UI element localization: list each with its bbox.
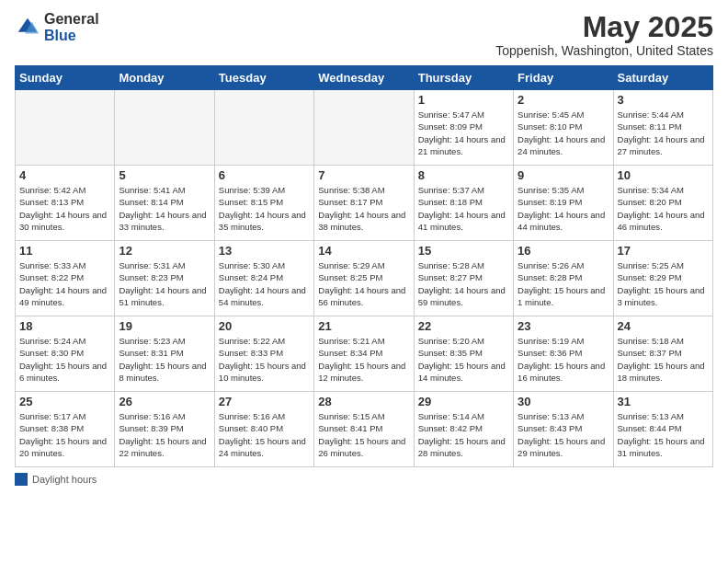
day-number: 6 bbox=[219, 168, 310, 182]
day-info: Sunrise: 5:26 AM Sunset: 8:28 PM Dayligh… bbox=[518, 259, 609, 308]
day-info: Sunrise: 5:19 AM Sunset: 8:36 PM Dayligh… bbox=[518, 335, 609, 384]
day-number: 1 bbox=[418, 93, 509, 107]
day-number: 20 bbox=[219, 319, 310, 333]
day-cell: 12Sunrise: 5:31 AM Sunset: 8:23 PM Dayli… bbox=[115, 241, 214, 316]
daylight-legend: Daylight hours bbox=[15, 473, 97, 486]
logo-general: General bbox=[44, 11, 99, 28]
day-info: Sunrise: 5:24 AM Sunset: 8:30 PM Dayligh… bbox=[19, 335, 110, 384]
day-number: 25 bbox=[19, 395, 110, 408]
day-cell: 24Sunrise: 5:18 AM Sunset: 8:37 PM Dayli… bbox=[613, 316, 712, 392]
day-cell: 9Sunrise: 5:35 AM Sunset: 8:19 PM Daylig… bbox=[514, 166, 613, 241]
day-info: Sunrise: 5:15 AM Sunset: 8:41 PM Dayligh… bbox=[318, 410, 409, 459]
col-monday: Monday bbox=[115, 66, 214, 90]
day-info: Sunrise: 5:13 AM Sunset: 8:43 PM Dayligh… bbox=[518, 410, 609, 459]
day-cell bbox=[16, 90, 115, 166]
week-row-0: 1Sunrise: 5:47 AM Sunset: 8:09 PM Daylig… bbox=[16, 90, 713, 166]
day-cell: 6Sunrise: 5:39 AM Sunset: 8:15 PM Daylig… bbox=[214, 166, 313, 241]
day-cell: 5Sunrise: 5:41 AM Sunset: 8:14 PM Daylig… bbox=[115, 166, 214, 241]
week-row-2: 11Sunrise: 5:33 AM Sunset: 8:22 PM Dayli… bbox=[16, 241, 713, 316]
day-number: 5 bbox=[119, 168, 210, 182]
day-info: Sunrise: 5:47 AM Sunset: 8:09 PM Dayligh… bbox=[418, 109, 509, 157]
day-info: Sunrise: 5:18 AM Sunset: 8:37 PM Dayligh… bbox=[618, 335, 709, 384]
day-cell: 23Sunrise: 5:19 AM Sunset: 8:36 PM Dayli… bbox=[514, 316, 613, 392]
day-info: Sunrise: 5:38 AM Sunset: 8:17 PM Dayligh… bbox=[318, 184, 409, 233]
day-cell: 10Sunrise: 5:34 AM Sunset: 8:20 PM Dayli… bbox=[613, 166, 712, 241]
day-cell: 11Sunrise: 5:33 AM Sunset: 8:22 PM Dayli… bbox=[16, 241, 115, 316]
week-row-3: 18Sunrise: 5:24 AM Sunset: 8:30 PM Dayli… bbox=[16, 316, 713, 392]
day-info: Sunrise: 5:23 AM Sunset: 8:31 PM Dayligh… bbox=[119, 335, 210, 384]
day-info: Sunrise: 5:22 AM Sunset: 8:33 PM Dayligh… bbox=[219, 335, 310, 384]
day-info: Sunrise: 5:14 AM Sunset: 8:42 PM Dayligh… bbox=[418, 410, 509, 459]
day-cell: 7Sunrise: 5:38 AM Sunset: 8:17 PM Daylig… bbox=[314, 166, 414, 241]
logo-blue: Blue bbox=[44, 28, 99, 44]
day-number: 28 bbox=[318, 395, 409, 408]
day-number: 7 bbox=[318, 168, 409, 182]
day-number: 16 bbox=[518, 244, 609, 258]
subtitle: Toppenish, Washington, United States bbox=[495, 43, 713, 58]
day-number: 22 bbox=[418, 319, 509, 333]
day-info: Sunrise: 5:16 AM Sunset: 8:40 PM Dayligh… bbox=[219, 410, 310, 459]
day-number: 29 bbox=[418, 395, 509, 408]
day-info: Sunrise: 5:16 AM Sunset: 8:39 PM Dayligh… bbox=[119, 410, 210, 459]
day-number: 17 bbox=[618, 244, 709, 258]
page: General Blue May 2025 Toppenish, Washing… bbox=[0, 0, 728, 563]
day-number: 18 bbox=[19, 319, 110, 333]
day-number: 15 bbox=[418, 244, 509, 258]
col-sunday: Sunday bbox=[16, 66, 115, 90]
week-row-1: 4Sunrise: 5:42 AM Sunset: 8:13 PM Daylig… bbox=[16, 166, 713, 241]
day-cell: 22Sunrise: 5:20 AM Sunset: 8:35 PM Dayli… bbox=[414, 316, 513, 392]
day-info: Sunrise: 5:17 AM Sunset: 8:38 PM Dayligh… bbox=[19, 410, 110, 459]
day-number: 11 bbox=[19, 244, 110, 258]
day-info: Sunrise: 5:25 AM Sunset: 8:29 PM Dayligh… bbox=[618, 259, 709, 308]
day-info: Sunrise: 5:30 AM Sunset: 8:24 PM Dayligh… bbox=[219, 259, 310, 308]
day-cell: 27Sunrise: 5:16 AM Sunset: 8:40 PM Dayli… bbox=[214, 392, 313, 467]
logo-text: General Blue bbox=[44, 11, 99, 43]
day-number: 9 bbox=[518, 168, 609, 182]
day-cell: 21Sunrise: 5:21 AM Sunset: 8:34 PM Dayli… bbox=[314, 316, 414, 392]
week-row-4: 25Sunrise: 5:17 AM Sunset: 8:38 PM Dayli… bbox=[16, 392, 713, 467]
day-number: 24 bbox=[618, 319, 709, 333]
daylight-label: Daylight hours bbox=[32, 474, 97, 485]
day-number: 2 bbox=[518, 93, 609, 107]
day-cell: 20Sunrise: 5:22 AM Sunset: 8:33 PM Dayli… bbox=[214, 316, 313, 392]
title-area: May 2025 Toppenish, Washington, United S… bbox=[495, 11, 713, 58]
day-cell: 19Sunrise: 5:23 AM Sunset: 8:31 PM Dayli… bbox=[115, 316, 214, 392]
day-number: 19 bbox=[119, 319, 210, 333]
day-cell bbox=[115, 90, 214, 166]
day-number: 26 bbox=[119, 395, 210, 408]
calendar-header: Sunday Monday Tuesday Wednesday Thursday… bbox=[16, 66, 713, 90]
day-cell: 29Sunrise: 5:14 AM Sunset: 8:42 PM Dayli… bbox=[414, 392, 513, 467]
day-info: Sunrise: 5:20 AM Sunset: 8:35 PM Dayligh… bbox=[418, 335, 509, 384]
day-info: Sunrise: 5:37 AM Sunset: 8:18 PM Dayligh… bbox=[418, 184, 509, 233]
day-cell: 17Sunrise: 5:25 AM Sunset: 8:29 PM Dayli… bbox=[613, 241, 712, 316]
day-info: Sunrise: 5:28 AM Sunset: 8:27 PM Dayligh… bbox=[418, 259, 509, 308]
day-info: Sunrise: 5:35 AM Sunset: 8:19 PM Dayligh… bbox=[518, 184, 609, 233]
day-number: 8 bbox=[418, 168, 509, 182]
calendar-body: 1Sunrise: 5:47 AM Sunset: 8:09 PM Daylig… bbox=[16, 90, 713, 467]
day-cell: 3Sunrise: 5:44 AM Sunset: 8:11 PM Daylig… bbox=[613, 90, 712, 166]
day-cell: 18Sunrise: 5:24 AM Sunset: 8:30 PM Dayli… bbox=[16, 316, 115, 392]
day-cell: 8Sunrise: 5:37 AM Sunset: 8:18 PM Daylig… bbox=[414, 166, 513, 241]
day-cell: 25Sunrise: 5:17 AM Sunset: 8:38 PM Dayli… bbox=[16, 392, 115, 467]
day-cell: 26Sunrise: 5:16 AM Sunset: 8:39 PM Dayli… bbox=[115, 392, 214, 467]
main-title: May 2025 bbox=[495, 11, 713, 43]
day-cell: 4Sunrise: 5:42 AM Sunset: 8:13 PM Daylig… bbox=[16, 166, 115, 241]
day-number: 14 bbox=[318, 244, 409, 258]
day-number: 31 bbox=[618, 395, 709, 408]
day-number: 13 bbox=[219, 244, 310, 258]
daylight-swatch bbox=[15, 473, 28, 486]
day-info: Sunrise: 5:29 AM Sunset: 8:25 PM Dayligh… bbox=[318, 259, 409, 308]
day-info: Sunrise: 5:41 AM Sunset: 8:14 PM Dayligh… bbox=[119, 184, 210, 233]
day-cell: 14Sunrise: 5:29 AM Sunset: 8:25 PM Dayli… bbox=[314, 241, 414, 316]
logo-icon bbox=[15, 15, 40, 40]
footer: Daylight hours bbox=[15, 473, 713, 486]
day-cell: 31Sunrise: 5:13 AM Sunset: 8:44 PM Dayli… bbox=[613, 392, 712, 467]
day-info: Sunrise: 5:31 AM Sunset: 8:23 PM Dayligh… bbox=[119, 259, 210, 308]
day-info: Sunrise: 5:13 AM Sunset: 8:44 PM Dayligh… bbox=[618, 410, 709, 459]
header-row: Sunday Monday Tuesday Wednesday Thursday… bbox=[16, 66, 713, 90]
col-friday: Friday bbox=[514, 66, 613, 90]
day-number: 3 bbox=[618, 93, 709, 107]
day-cell: 16Sunrise: 5:26 AM Sunset: 8:28 PM Dayli… bbox=[514, 241, 613, 316]
calendar: Sunday Monday Tuesday Wednesday Thursday… bbox=[15, 65, 713, 467]
day-cell: 28Sunrise: 5:15 AM Sunset: 8:41 PM Dayli… bbox=[314, 392, 414, 467]
